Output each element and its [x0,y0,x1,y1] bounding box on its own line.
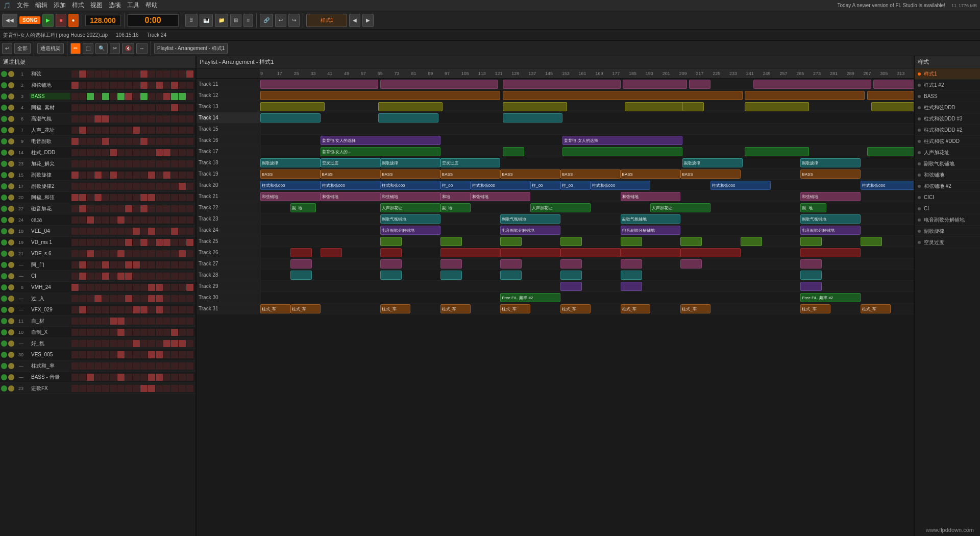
clip[interactable] [500,271,522,280]
pad[interactable] [156,205,163,212]
pad[interactable] [110,351,117,358]
pad[interactable] [71,160,79,167]
pad[interactable] [110,228,117,235]
piano-roll-btn[interactable]: 🎹 [200,14,213,27]
pad[interactable] [156,374,163,381]
pad[interactable] [156,183,163,190]
channel-solo-btn[interactable] [8,206,14,212]
pad[interactable] [110,306,117,313]
pad[interactable] [125,362,132,370]
pad[interactable] [171,239,178,246]
clip[interactable] [290,259,312,269]
track-content[interactable] [260,101,914,112]
clip[interactable]: 柱式_车 [621,304,651,313]
track-content[interactable] [260,112,914,123]
clip[interactable]: 姜育恒-女人的选择 [562,136,682,145]
pad[interactable] [71,216,79,224]
pattern-item[interactable]: CICI [915,192,980,203]
channel-active-btn[interactable] [1,138,7,144]
pad[interactable] [117,340,125,347]
pad[interactable] [71,138,79,145]
pad[interactable] [186,127,193,134]
pad[interactable] [179,194,186,201]
clip[interactable] [560,282,582,291]
pad[interactable] [102,228,109,235]
track-content[interactable] [260,236,914,247]
clip[interactable]: 柱式_车 [800,304,830,313]
pad[interactable] [94,250,102,257]
channel-active-btn[interactable] [1,251,7,257]
pad[interactable] [94,93,102,100]
pad[interactable] [171,216,178,224]
clip[interactable] [503,147,524,156]
pad[interactable] [87,183,94,190]
pad[interactable] [179,93,186,100]
pad[interactable] [79,149,86,156]
pad[interactable] [171,261,178,269]
pad[interactable] [171,205,178,212]
pad[interactable] [117,115,125,123]
pad[interactable] [163,329,170,336]
pad[interactable] [110,362,117,370]
clip[interactable] [861,237,882,246]
pad[interactable] [186,261,193,269]
clip[interactable]: 柱式和弦000 [471,181,531,190]
pattern-item[interactable]: 样式1 #2 [915,80,980,91]
pad[interactable] [125,374,132,381]
clip[interactable] [380,271,402,280]
channel-solo-btn[interactable] [8,239,14,246]
pad[interactable] [87,127,94,134]
pad[interactable] [79,273,86,280]
channel-row[interactable]: 20 阿福_和弦 [0,192,195,203]
pad[interactable] [186,284,193,291]
pad[interactable] [148,70,155,78]
channel-active-btn[interactable] [1,239,7,246]
channel-active-btn[interactable] [1,296,7,302]
pad[interactable] [110,183,117,190]
pad[interactable] [140,216,148,224]
pad[interactable] [140,318,148,325]
pad[interactable] [87,115,94,123]
pad[interactable] [140,127,148,134]
pad[interactable] [171,194,178,201]
pad[interactable] [163,239,170,246]
pad[interactable] [94,295,102,302]
pad[interactable] [163,82,170,89]
clip[interactable]: 副歌旋律 [682,158,743,167]
channel-row[interactable]: — CI [0,271,195,282]
pad[interactable] [171,160,178,167]
clip[interactable] [745,147,809,156]
channel-solo-btn[interactable] [8,374,14,380]
pad[interactable] [148,374,155,381]
menu-file[interactable]: 文件 [17,1,29,10]
pad[interactable] [156,104,163,111]
play-btn[interactable]: ▶ [42,14,54,27]
track-content[interactable] [260,270,914,280]
clip[interactable]: 柱_00 [530,181,560,190]
menu-tools[interactable]: 工具 [127,1,139,10]
pad[interactable] [156,93,163,100]
pad[interactable] [102,149,109,156]
channel-solo-btn[interactable] [8,340,14,347]
pad[interactable] [102,273,109,280]
pad[interactable] [110,172,117,179]
pad[interactable] [148,183,155,190]
clip[interactable]: BASS [621,169,681,179]
clip[interactable]: BASS [560,169,621,179]
slip-btn[interactable]: ↔ [136,43,148,54]
clip[interactable]: 柱式_车 [380,304,410,313]
channel-solo-btn[interactable] [8,296,14,302]
clip[interactable] [378,113,438,123]
pad[interactable] [110,149,117,156]
pad[interactable] [117,374,125,381]
pad[interactable] [102,82,109,89]
pad[interactable] [156,160,163,167]
pad[interactable] [186,149,193,156]
pad[interactable] [133,295,140,302]
pad[interactable] [94,340,102,347]
pad[interactable] [179,138,186,145]
pad[interactable] [71,362,79,370]
clip[interactable] [682,102,704,111]
pad[interactable] [87,228,94,235]
clip[interactable] [380,259,402,269]
